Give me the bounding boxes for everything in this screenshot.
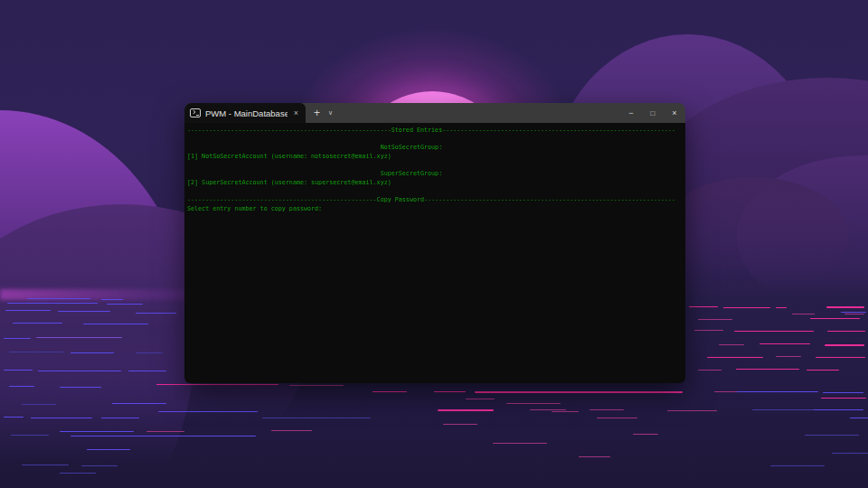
maximize-button[interactable]: □ xyxy=(642,103,664,123)
neon-dash xyxy=(776,356,801,357)
neon-dash xyxy=(698,370,722,371)
minimize-button[interactable]: − xyxy=(620,103,642,123)
hill-right-bump xyxy=(658,177,848,295)
neon-dash xyxy=(83,324,148,324)
neon-dash xyxy=(723,307,770,308)
window-controls: − □ × xyxy=(620,103,685,123)
neon-dash xyxy=(5,310,51,311)
neon-dash xyxy=(31,418,92,418)
neon-dash xyxy=(475,391,683,393)
neon-dash xyxy=(776,307,787,308)
neon-dash xyxy=(262,418,371,418)
neon-dash xyxy=(81,465,118,466)
neon-dash xyxy=(826,306,864,308)
terminal-screen[interactable]: ----------------------------------------… xyxy=(184,123,685,383)
neon-dash xyxy=(438,409,494,411)
neon-dash xyxy=(807,370,839,371)
neon-dash xyxy=(689,306,718,307)
neon-dash xyxy=(443,424,477,425)
neon-dash xyxy=(146,431,184,432)
prompt-line: Select entry number to copy password: xyxy=(187,204,685,213)
neon-dash xyxy=(814,409,863,410)
neon-dash xyxy=(821,398,866,399)
neon-dash xyxy=(9,352,63,352)
entry-2: [2] SuperSecretAccount (username: supers… xyxy=(187,178,685,187)
group-label-notsosecret: NotSoSecretGroup: xyxy=(187,143,685,152)
neon-dash xyxy=(22,404,56,405)
tab-title: PWM - MainDatabase xyxy=(205,108,288,118)
neon-dash xyxy=(841,312,866,313)
neon-dash xyxy=(694,330,723,331)
neon-dash xyxy=(4,338,31,339)
neon-dash xyxy=(579,456,610,457)
neon-dash xyxy=(7,303,98,304)
neon-dash xyxy=(552,411,579,412)
entry-1: [1] NotSoSecretAccount (username: notsos… xyxy=(187,152,685,161)
neon-dash xyxy=(60,431,134,432)
neon-dash xyxy=(156,384,278,385)
terminal-icon xyxy=(190,108,201,117)
neon-dash xyxy=(22,465,69,465)
neon-dash xyxy=(128,371,166,371)
neon-dash xyxy=(373,391,407,392)
blank-line xyxy=(187,134,685,143)
blank-line xyxy=(187,160,685,169)
neon-dash xyxy=(832,453,868,454)
title-bar: PWM - MainDatabase × + ∨ − □ × xyxy=(184,103,685,123)
neon-dash xyxy=(792,314,815,314)
neon-dash xyxy=(590,409,624,410)
neon-dash xyxy=(13,323,62,324)
neon-dash xyxy=(101,418,139,418)
neon-dash xyxy=(698,319,732,320)
neon-dash xyxy=(4,370,33,371)
neon-dash xyxy=(101,299,123,300)
neon-dash xyxy=(38,371,121,371)
neon-dash xyxy=(823,392,863,393)
tab-pwm-maindatabase[interactable]: PWM - MainDatabase × xyxy=(184,103,306,123)
neon-dash xyxy=(289,385,344,386)
neon-dash xyxy=(736,369,799,370)
terminal-output: ----------------------------------------… xyxy=(184,123,685,213)
neon-dash xyxy=(760,343,810,344)
neon-dash xyxy=(825,344,864,346)
neon-dash xyxy=(11,435,49,436)
neon-dash xyxy=(9,386,34,387)
neon-dash xyxy=(71,436,256,436)
terminal-window: PWM - MainDatabase × + ∨ − □ × ---------… xyxy=(184,103,685,383)
neon-dash xyxy=(58,311,110,312)
neon-dash xyxy=(805,435,859,436)
separator-copy-password: ----------------------------------------… xyxy=(187,195,685,204)
tab-dropdown-icon[interactable]: ∨ xyxy=(328,103,333,123)
neon-dash xyxy=(770,465,825,466)
neon-dash xyxy=(71,352,114,353)
neon-dash xyxy=(667,410,717,411)
neon-dash xyxy=(844,314,864,314)
neon-dash xyxy=(112,403,166,404)
neon-dash xyxy=(493,443,547,444)
neon-dash xyxy=(136,352,163,353)
neon-dash xyxy=(466,399,495,399)
neon-dash xyxy=(87,449,130,450)
neon-dash xyxy=(4,417,24,418)
new-tab-button[interactable]: + xyxy=(314,103,320,123)
neon-dash xyxy=(810,318,860,319)
neon-dash xyxy=(271,430,312,431)
tab-close-icon[interactable]: × xyxy=(292,108,300,117)
neon-dash xyxy=(597,418,637,418)
neon-dash xyxy=(60,473,96,474)
separator-stored-entries: ----------------------------------------… xyxy=(187,126,685,135)
neon-dash xyxy=(136,313,176,314)
close-button[interactable]: × xyxy=(664,103,685,123)
neon-dash xyxy=(633,434,658,435)
neon-dash xyxy=(707,357,763,358)
neon-dash xyxy=(506,403,561,404)
neon-dash xyxy=(719,344,744,345)
neon-dash xyxy=(107,304,143,305)
neon-dash xyxy=(60,387,101,388)
neon-dash xyxy=(816,357,865,358)
neon-dash xyxy=(530,409,566,410)
neon-dash xyxy=(827,331,865,332)
neon-dash xyxy=(158,411,258,412)
neon-dash xyxy=(734,331,814,332)
neon-dash xyxy=(737,391,818,392)
